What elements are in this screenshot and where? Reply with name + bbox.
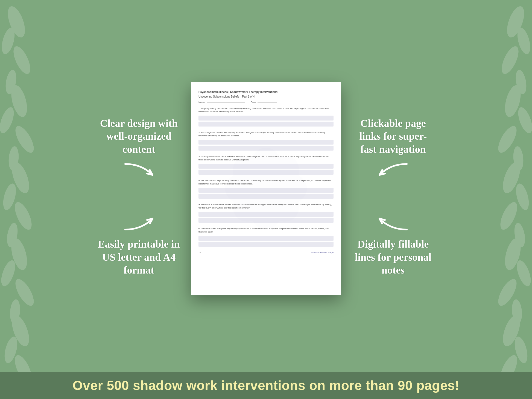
fillable-line <box>198 212 334 217</box>
fillable-line <box>198 164 334 169</box>
doc-date-line <box>258 102 277 102</box>
fillable-line <box>198 194 334 199</box>
doc-item-4-text: 4. Ask the client to explore early child… <box>198 179 334 186</box>
feature-clear-design-text: Clear design with well-organized content <box>98 117 180 156</box>
doc-item-6-lines <box>198 236 334 247</box>
doc-item-6: 6. Guide the client to explore any famil… <box>198 227 334 247</box>
doc-item-3-text: 3. Use a guided visualization exercise w… <box>198 155 334 162</box>
doc-footer: 16 + Back to First Page <box>198 251 334 254</box>
doc-item-2-lines <box>198 140 334 151</box>
feature-printable-text: Easily printable in US letter and A4 for… <box>98 238 180 277</box>
arrow-left-up-icon <box>374 213 412 235</box>
fillable-line <box>198 116 334 121</box>
bottom-bar: Over 500 shadow work interventions on mo… <box>0 372 532 399</box>
doc-item-5: 5. Introduce a "belief audit" where the … <box>198 203 334 223</box>
doc-item-6-text: 6. Guide the client to explore any famil… <box>198 227 334 234</box>
document: Psychosomatic Illness | Shadow Work Ther… <box>191 82 341 295</box>
document-shadow: Psychosomatic Illness | Shadow Work Ther… <box>191 82 341 295</box>
doc-item-3-lines <box>198 164 334 175</box>
fillable-line <box>198 122 334 127</box>
doc-item-4: 4. Ask the client to explore early child… <box>198 179 334 199</box>
feature-clear-design: Clear design with well-organized content <box>98 117 180 181</box>
feature-fillable: Digitally fillable lines for personal no… <box>352 213 434 277</box>
doc-date-label: Date: <box>251 101 257 104</box>
doc-fields: Name: Date: <box>198 101 334 104</box>
fillable-line <box>198 140 334 145</box>
feature-printable: Easily printable in US letter and A4 for… <box>98 213 180 277</box>
doc-item-1-text: 1. Begin by asking the client to reflect… <box>198 107 334 113</box>
right-column: Clickable page links for super-fast navi… <box>347 106 440 288</box>
doc-item-2-text: 2. Encourage the client to identify any … <box>198 131 334 137</box>
doc-name-field: Name: <box>198 101 245 104</box>
doc-item-2: 2. Encourage the client to identify any … <box>198 131 334 151</box>
arrow-left-down-icon <box>374 159 412 180</box>
fillable-line <box>198 188 334 193</box>
doc-title: Psychosomatic Illness | Shadow Work Ther… <box>198 90 334 94</box>
fillable-line <box>198 242 334 247</box>
fillable-line <box>198 170 334 175</box>
fillable-line <box>198 146 334 151</box>
doc-page-number: 16 <box>198 251 201 254</box>
bottom-bar-text: Over 500 shadow work interventions on mo… <box>72 378 460 393</box>
arrow-right-up-icon <box>120 213 158 235</box>
doc-item-4-lines <box>198 188 334 199</box>
document-container: Psychosomatic Illness | Shadow Work Ther… <box>185 71 347 306</box>
feature-fillable-text: Digitally fillable lines for personal no… <box>352 238 434 277</box>
feature-clickable: Clickable page links for super-fast navi… <box>352 117 434 181</box>
doc-item-1-lines <box>198 116 334 127</box>
doc-item-3: 3. Use a guided visualization exercise w… <box>198 155 334 175</box>
feature-clickable-text: Clickable page links for super-fast navi… <box>352 117 434 156</box>
doc-name-line <box>207 102 245 102</box>
doc-subtitle: Uncovering Subconscious Beliefs – Part 1… <box>198 95 334 98</box>
fillable-line <box>198 236 334 241</box>
doc-back-link[interactable]: + Back to First Page <box>311 251 334 254</box>
doc-item-5-lines <box>198 212 334 223</box>
doc-item-1: 1. Begin by asking the client to reflect… <box>198 107 334 127</box>
doc-date-field: Date: <box>251 101 277 104</box>
doc-name-label: Name: <box>198 101 206 104</box>
fillable-line <box>198 218 334 223</box>
arrow-right-down-icon <box>120 159 158 180</box>
doc-item-5-text: 5. Introduce a "belief audit" where the … <box>198 203 334 210</box>
main-content: Clear design with well-organized content… <box>0 0 532 377</box>
left-column: Clear design with well-organized content… <box>92 106 185 288</box>
